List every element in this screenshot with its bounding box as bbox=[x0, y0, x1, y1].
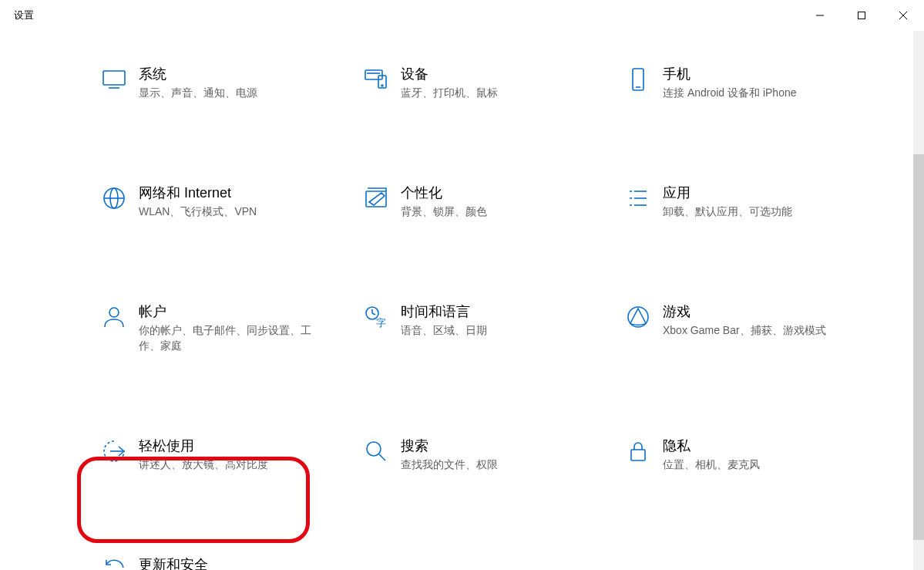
phone-icon bbox=[613, 65, 663, 93]
svg-rect-6 bbox=[365, 70, 382, 79]
tile-title: 系统 bbox=[139, 65, 257, 83]
svg-rect-31 bbox=[631, 450, 645, 460]
tile-subtitle: 背景、锁屏、颜色 bbox=[401, 204, 487, 219]
update-security-icon bbox=[89, 555, 139, 570]
svg-line-30 bbox=[379, 454, 385, 460]
titlebar: 设置 bbox=[0, 0, 924, 31]
tile-title: 帐户 bbox=[139, 302, 316, 321]
tile-privacy[interactable]: 隐私 位置、相机、麦克风 bbox=[609, 433, 855, 475]
network-icon bbox=[89, 184, 139, 211]
tile-phone[interactable]: 手机 连接 Android 设备和 iPhone bbox=[609, 62, 855, 103]
maximize-icon bbox=[857, 11, 866, 20]
privacy-icon bbox=[613, 437, 663, 464]
scrollbar-thumb[interactable] bbox=[913, 154, 924, 540]
accounts-icon bbox=[89, 302, 139, 330]
tile-title: 搜索 bbox=[401, 437, 498, 455]
tile-title: 隐私 bbox=[663, 437, 760, 455]
tile-accounts[interactable]: 帐户 你的帐户、电子邮件、同步设置、工作、家庭 bbox=[85, 299, 331, 356]
close-icon bbox=[899, 11, 908, 20]
tile-title: 个性化 bbox=[401, 184, 487, 202]
svg-point-22 bbox=[109, 308, 119, 317]
gaming-icon bbox=[613, 302, 663, 330]
tile-personalization[interactable]: 个性化 背景、锁屏、颜色 bbox=[347, 180, 593, 222]
tile-network[interactable]: 网络和 Internet WLAN、飞行模式、VPN bbox=[85, 180, 331, 222]
svg-point-29 bbox=[367, 442, 381, 456]
tile-title: 手机 bbox=[663, 65, 797, 83]
tile-title: 网络和 Internet bbox=[139, 184, 257, 202]
tile-title: 时间和语言 bbox=[401, 302, 487, 321]
svg-rect-1 bbox=[858, 12, 865, 19]
svg-line-25 bbox=[372, 313, 375, 315]
ease-of-access-icon bbox=[89, 437, 139, 464]
tile-subtitle: 语音、区域、日期 bbox=[401, 322, 487, 338]
close-button[interactable] bbox=[882, 0, 924, 31]
tile-title: 设备 bbox=[401, 65, 498, 83]
svg-rect-4 bbox=[103, 71, 125, 85]
tile-title: 游戏 bbox=[663, 302, 826, 321]
tile-title: 轻松使用 bbox=[139, 437, 268, 455]
window-controls bbox=[799, 0, 924, 31]
tile-update-security[interactable]: 更新和安全 Windows 更新、恢复、备份 bbox=[85, 552, 331, 570]
tile-subtitle: 连接 Android 设备和 iPhone bbox=[663, 85, 797, 100]
svg-text:字: 字 bbox=[376, 317, 386, 329]
tile-title: 应用 bbox=[663, 184, 792, 202]
tile-subtitle: 蓝牙、打印机、鼠标 bbox=[401, 85, 498, 100]
tile-time-language[interactable]: 字 时间和语言 语音、区域、日期 bbox=[347, 299, 593, 356]
tile-subtitle: 显示、声音、通知、电源 bbox=[139, 85, 257, 100]
tile-title: 更新和安全 bbox=[139, 555, 272, 570]
tile-devices[interactable]: 设备 蓝牙、打印机、鼠标 bbox=[347, 62, 593, 103]
minimize-button[interactable] bbox=[799, 0, 841, 31]
tile-subtitle: 查找我的文件、权限 bbox=[401, 457, 498, 472]
tile-gaming[interactable]: 游戏 Xbox Game Bar、捕获、游戏模式 bbox=[609, 299, 855, 356]
tile-search[interactable]: 搜索 查找我的文件、权限 bbox=[347, 433, 593, 475]
window-title: 设置 bbox=[14, 8, 34, 22]
tile-subtitle: WLAN、飞行模式、VPN bbox=[139, 204, 257, 219]
svg-point-8 bbox=[381, 85, 383, 86]
tile-apps[interactable]: 应用 卸载、默认应用、可选功能 bbox=[609, 180, 855, 222]
tile-system[interactable]: 系统 显示、声音、通知、电源 bbox=[85, 62, 331, 103]
search-icon bbox=[351, 437, 401, 464]
tile-subtitle: 卸载、默认应用、可选功能 bbox=[663, 204, 792, 219]
system-icon bbox=[89, 65, 139, 93]
maximize-button[interactable] bbox=[841, 0, 882, 31]
tile-subtitle: 讲述人、放大镜、高对比度 bbox=[139, 457, 268, 472]
tile-subtitle: 你的帐户、电子邮件、同步设置、工作、家庭 bbox=[139, 322, 316, 353]
minimize-icon bbox=[815, 11, 825, 20]
devices-icon bbox=[351, 65, 401, 93]
apps-icon bbox=[613, 184, 663, 211]
tile-subtitle: Xbox Game Bar、捕获、游戏模式 bbox=[663, 322, 826, 338]
personalization-icon bbox=[351, 184, 401, 211]
settings-grid: 系统 显示、声音、通知、电源 设备 蓝牙、打印机、鼠标 手机 连接 Androi… bbox=[85, 62, 840, 570]
time-language-icon: 字 bbox=[351, 302, 401, 330]
tile-ease-of-access[interactable]: 轻松使用 讲述人、放大镜、高对比度 bbox=[85, 433, 331, 475]
tile-subtitle: 位置、相机、麦克风 bbox=[663, 457, 760, 472]
